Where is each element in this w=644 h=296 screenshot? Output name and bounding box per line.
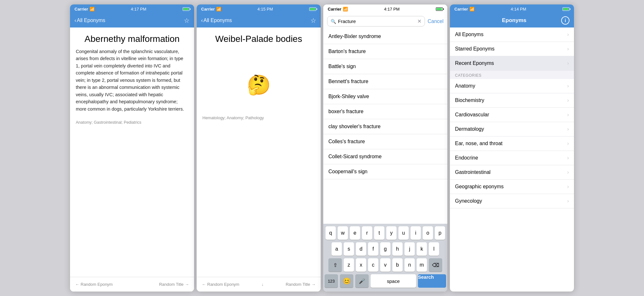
key-s[interactable]: s	[344, 242, 354, 256]
chevron-left-icon-2: ‹	[201, 18, 203, 23]
key-o[interactable]: o	[423, 226, 433, 240]
key-mic[interactable]: 🎤	[355, 274, 369, 288]
category-item-label: Cardiovascular	[455, 112, 489, 118]
key-l[interactable]: l	[429, 242, 439, 256]
star-button-1[interactable]: ☆	[184, 17, 190, 24]
key-w[interactable]: w	[338, 226, 348, 240]
random-eponym-btn-2[interactable]: Random Eponym	[202, 282, 239, 287]
carrier-2: Carrier 📶	[201, 7, 221, 12]
bottom-toolbar-1: Random Eponym Random Title	[70, 277, 194, 292]
info-button-4[interactable]: i	[561, 16, 569, 25]
key-z[interactable]: z	[344, 258, 354, 272]
random-eponym-btn-1[interactable]: Random Eponym	[75, 282, 113, 287]
keyboard-row-2: asdfghjkl	[325, 242, 446, 256]
category-item-anatomy[interactable]: Anatomy›	[450, 79, 574, 93]
key-shift[interactable]: ⇧	[328, 258, 342, 272]
star-button-2[interactable]: ☆	[310, 17, 316, 24]
search-result-item[interactable]: Coopernail's sign	[323, 164, 447, 179]
search-result-item[interactable]: Antley-Bixler syndrome	[323, 29, 447, 44]
key-123[interactable]: 123	[325, 274, 338, 288]
key-r[interactable]: r	[362, 226, 372, 240]
keyboard-row-1: qwertyuiop	[325, 226, 446, 240]
key-h[interactable]: h	[392, 242, 403, 256]
device-3: Carrier 📶 4:17 PM 🔍 Fracture ✕ Cancel An…	[323, 4, 448, 292]
cancel-button[interactable]: Cancel	[428, 19, 444, 24]
key-x[interactable]: x	[356, 258, 366, 272]
random-title-btn-1[interactable]: Random Title	[159, 282, 189, 287]
chevron-right-icon: ›	[567, 112, 569, 118]
key-m[interactable]: m	[417, 258, 427, 272]
time-4: 4:14 PM	[511, 7, 526, 12]
down-arrow-btn[interactable]: ↓	[262, 282, 264, 287]
chevron-right-icon: ›	[567, 155, 569, 161]
menu-item-all-eponyms[interactable]: All Eponyms›	[450, 27, 574, 42]
search-result-item[interactable]: Bjork-Shiley valve	[323, 89, 447, 104]
key-e[interactable]: e	[350, 226, 360, 240]
search-result-item[interactable]: Collet-Sicard syndrome	[323, 149, 447, 164]
random-title-btn-2[interactable]: Random Title	[286, 282, 316, 287]
key-f[interactable]: f	[368, 242, 378, 256]
device-2: Carrier 📶 4:15 PM ‹ All Eponyms ☆ Weibel…	[196, 4, 321, 292]
key-backspace[interactable]: ⌫	[429, 258, 442, 272]
category-item-ear-nose-and-throat[interactable]: Ear, nose, and throat›	[450, 136, 574, 151]
chevron-right-icon: ›	[567, 46, 569, 52]
bottom-toolbar-2: Random Eponym ↓ Random Title	[197, 277, 321, 292]
menu-item-starred-eponyms[interactable]: Starred Eponyms›	[450, 42, 574, 56]
category-item-gynecology[interactable]: Gynecology›	[450, 194, 574, 208]
devices-container: Carrier 📶 4:17 PM ‹ All Eponyms ☆ Aberne…	[67, 1, 577, 295]
nav-bar-4: Eponyms i	[450, 13, 574, 27]
back-button-1[interactable]: ‹ All Eponyms	[75, 18, 105, 23]
carrier-1: Carrier 📶	[75, 7, 95, 12]
key-p[interactable]: p	[435, 226, 445, 240]
search-result-item[interactable]: Bennett's fracture	[323, 74, 447, 89]
wifi-icon-1: 📶	[90, 7, 95, 12]
key-g[interactable]: g	[380, 242, 390, 256]
category-item-cardiovascular[interactable]: Cardiovascular›	[450, 108, 574, 122]
search-result-item[interactable]: boxer's fracture	[323, 104, 447, 119]
category-item-endocrine[interactable]: Endocrine›	[450, 151, 574, 165]
detail-emoji-2: 🤔	[197, 48, 321, 115]
key-b[interactable]: b	[392, 258, 403, 272]
back-button-2[interactable]: ‹ All Eponyms	[201, 18, 232, 23]
key-space[interactable]: space	[371, 274, 416, 288]
categories-header: CATEGORIES	[450, 71, 574, 79]
search-input[interactable]: Fracture	[338, 19, 415, 24]
category-item-dermatology[interactable]: Dermatology›	[450, 122, 574, 136]
key-j[interactable]: j	[404, 242, 415, 256]
key-y[interactable]: y	[386, 226, 397, 240]
search-result-item[interactable]: Battle's sign	[323, 59, 447, 74]
clear-search-icon[interactable]: ✕	[417, 18, 421, 24]
status-bar-1: Carrier 📶 4:17 PM	[70, 4, 194, 13]
category-item-biochemistry[interactable]: Biochemistry›	[450, 93, 574, 108]
key-t[interactable]: t	[374, 226, 384, 240]
carrier-4: Carrier 📶	[454, 7, 475, 12]
category-item-gastrointestinal[interactable]: Gastrointestinal›	[450, 165, 574, 180]
battery-3	[436, 7, 443, 11]
key-search[interactable]: Search	[418, 274, 446, 288]
wifi-icon-4: 📶	[469, 7, 475, 12]
battery-icon-2	[309, 7, 316, 11]
key-emoji[interactable]: 😊	[340, 274, 353, 288]
key-i[interactable]: i	[411, 226, 421, 240]
nav-title-4: Eponyms	[502, 17, 527, 24]
menu-item-recent-eponyms[interactable]: Recent Eponyms›	[450, 56, 574, 71]
category-item-geographic-eponyms[interactable]: Geographic eponyms›	[450, 180, 574, 194]
key-k[interactable]: k	[417, 242, 427, 256]
key-u[interactable]: u	[398, 226, 409, 240]
chevron-right-icon: ›	[567, 184, 569, 190]
battery-2	[309, 7, 316, 11]
battery-1	[183, 7, 190, 11]
search-field[interactable]: 🔍 Fracture ✕	[327, 16, 425, 27]
key-v[interactable]: v	[380, 258, 390, 272]
battery-4	[562, 7, 569, 11]
key-c[interactable]: c	[368, 258, 378, 272]
key-q[interactable]: q	[326, 226, 336, 240]
key-n[interactable]: n	[404, 258, 415, 272]
search-result-item[interactable]: Barton's fracture	[323, 44, 447, 59]
key-d[interactable]: d	[356, 242, 366, 256]
search-result-item[interactable]: clay shoveler's fracture	[323, 119, 447, 134]
menu-item-label: Starred Eponyms	[455, 46, 495, 52]
key-a[interactable]: a	[332, 242, 342, 256]
search-result-item[interactable]: Colles's fracture	[323, 134, 447, 149]
category-item-label: Endocrine	[455, 155, 478, 161]
